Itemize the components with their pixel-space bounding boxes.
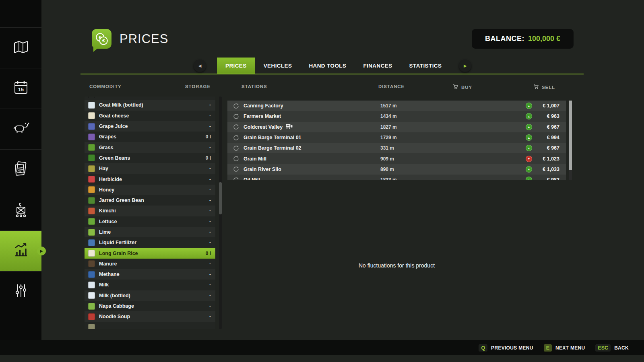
commodity-icon <box>88 186 95 193</box>
commodity-row[interactable]: Honey- <box>85 185 215 195</box>
column-header-sell: SELL <box>533 84 555 90</box>
commodity-scrollbar-thumb[interactable] <box>219 182 222 214</box>
commodity-row[interactable]: Hay- <box>85 163 215 174</box>
svg-text:€: € <box>102 38 105 43</box>
sidebar-item-map[interactable] <box>0 28 41 68</box>
station-row[interactable]: Grain Barge Terminal 02331 m▲€ 967 <box>227 143 566 153</box>
commodity-icon <box>88 303 95 310</box>
commodity-storage: - <box>209 166 211 171</box>
station-distance: 1517 m <box>380 103 397 109</box>
station-row[interactable]: Grain Mill909 m▼€ 1,023 <box>227 153 566 164</box>
station-row[interactable]: Goldcrest Valley1827 m▲€ 967 <box>227 122 566 132</box>
tab-statistics[interactable]: STATISTICS <box>401 58 450 74</box>
column-header-stations: STATIONS <box>242 84 267 89</box>
sidebar-item-calendar[interactable]: 15 <box>0 68 41 109</box>
station-sell-price: € 994 <box>536 135 559 140</box>
commodity-name: Lettuce <box>99 219 205 224</box>
commodity-row[interactable]: Noodle Soup- <box>85 311 215 322</box>
footer-bar: QPREVIOUS MENUENEXT MENUESCBACK <box>0 340 644 355</box>
commodity-row[interactable]: Milk- <box>85 280 215 290</box>
hint-previous-menu: QPREVIOUS MENU <box>479 344 533 352</box>
sidebar-item-contracts[interactable] <box>0 150 41 190</box>
stations-scrollbar-thumb[interactable] <box>569 101 572 170</box>
station-cycle-icon <box>233 177 239 180</box>
tabs-previous-arrow-icon[interactable]: ◀ <box>194 60 206 72</box>
column-header-storage: STORAGE <box>173 84 211 89</box>
station-sell-price: € 982 <box>536 177 559 180</box>
balance-box: BALANCE: 100,000 € <box>472 29 574 49</box>
station-name: Grain Mill <box>244 156 376 162</box>
commodity-row[interactable]: Grape Juice- <box>85 121 215 132</box>
station-name: Oil Mill <box>244 177 376 180</box>
station-sell-price: € 1,007 <box>536 103 559 109</box>
commodity-row[interactable]: Goat Milk (bottled)- <box>85 100 215 110</box>
commodity-row[interactable]: Lime- <box>85 227 215 237</box>
station-sell-group: ▲€ 967 <box>526 145 559 151</box>
commodity-row[interactable] <box>85 322 215 329</box>
commodity-row[interactable]: Herbicide- <box>85 174 215 184</box>
station-row[interactable]: Grain Barge Terminal 011729 m▲€ 994 <box>227 132 566 143</box>
commodity-icon <box>88 123 95 130</box>
commodity-row[interactable]: Methane- <box>85 269 215 280</box>
hint-label: NEXT MENU <box>555 345 585 351</box>
commodity-storage: - <box>209 240 211 245</box>
commodity-icon <box>88 292 95 299</box>
prices-coins-icon: €€ <box>92 29 111 49</box>
commodity-row[interactable]: Manure- <box>85 259 215 269</box>
tabs-strip: PRICESVEHICLESHAND TOOLSFINANCESSTATISTI… <box>217 58 450 74</box>
sliders-icon <box>12 282 30 302</box>
prices-screen: 15 ▶ <box>0 0 644 362</box>
commodity-row[interactable]: Long Grain Rice0 l <box>85 248 215 258</box>
commodity-storage: - <box>209 282 211 288</box>
tab-finances[interactable]: FINANCES <box>355 58 400 74</box>
commodity-name: Milk <box>99 282 205 288</box>
commodity-row[interactable]: Liquid Fertilizer- <box>85 237 215 248</box>
commodity-row[interactable] <box>85 97 215 100</box>
commodity-row[interactable]: Lettuce- <box>85 216 215 227</box>
commodity-storage: 0 l <box>206 134 211 140</box>
commodity-storage: - <box>209 113 211 119</box>
sidebar-item-statistics[interactable]: ▶ <box>0 231 41 272</box>
commodity-storage: - <box>209 219 211 224</box>
tab-hand-tools[interactable]: HAND TOOLS <box>300 58 355 74</box>
sidebar-item-animals[interactable] <box>0 109 41 150</box>
column-header-distance: DISTANCE <box>378 84 405 89</box>
commodity-row[interactable]: Jarred Green Bean- <box>85 195 215 206</box>
commodity-row[interactable]: Green Beans0 l <box>85 153 215 163</box>
key-q[interactable]: Q <box>479 344 487 352</box>
commodity-name: Methane <box>99 272 205 277</box>
stations-scrollbar[interactable] <box>569 101 572 180</box>
commodity-row[interactable]: Goat cheese- <box>85 111 215 121</box>
key-e[interactable]: E <box>544 344 552 352</box>
commodity-row[interactable]: Grapes0 l <box>85 132 215 142</box>
commodity-storage: - <box>209 229 211 235</box>
commodity-name: Napa Cabbage <box>99 303 205 309</box>
station-sell-group: ▲€ 1,033 <box>526 166 559 173</box>
chart-bars-icon <box>12 241 30 261</box>
sidebar-item-finances[interactable] <box>0 272 41 312</box>
commodity-row[interactable]: Milk (bottled)- <box>85 290 215 301</box>
commodity-row[interactable]: Grass- <box>85 142 215 152</box>
key-esc[interactable]: ESC <box>595 344 611 352</box>
station-row[interactable]: Oil Mill1833 m▲€ 982 <box>227 175 566 180</box>
commodity-name: Honey <box>99 187 205 193</box>
commodity-row[interactable]: Kimchi- <box>85 206 215 216</box>
station-row[interactable]: Canning Factory1517 m▲€ 1,007 <box>227 101 566 111</box>
commodity-icon <box>88 112 95 119</box>
commodity-name: Manure <box>99 261 205 267</box>
tab-vehicles[interactable]: VEHICLES <box>255 58 301 74</box>
commodity-icon <box>88 313 95 320</box>
price-trend-icon: ▼ <box>526 156 532 162</box>
commodity-icon <box>88 218 95 225</box>
commodity-scrollbar[interactable] <box>219 97 222 329</box>
station-row[interactable]: Farmers Market1434 m▲€ 963 <box>227 111 566 121</box>
tab-prices[interactable]: PRICES <box>217 58 255 74</box>
station-row[interactable]: Grain River Silo890 m▲€ 1,033 <box>227 164 566 175</box>
commodity-storage: 0 l <box>206 155 211 161</box>
commodity-storage: - <box>209 293 211 298</box>
tabs-next-arrow-icon[interactable]: ▶ <box>459 60 471 72</box>
sidebar-item-production[interactable] <box>0 190 41 231</box>
commodity-row[interactable]: Napa Cabbage- <box>85 301 215 311</box>
commodity-storage: - <box>209 261 211 267</box>
station-cycle-icon <box>233 113 239 119</box>
